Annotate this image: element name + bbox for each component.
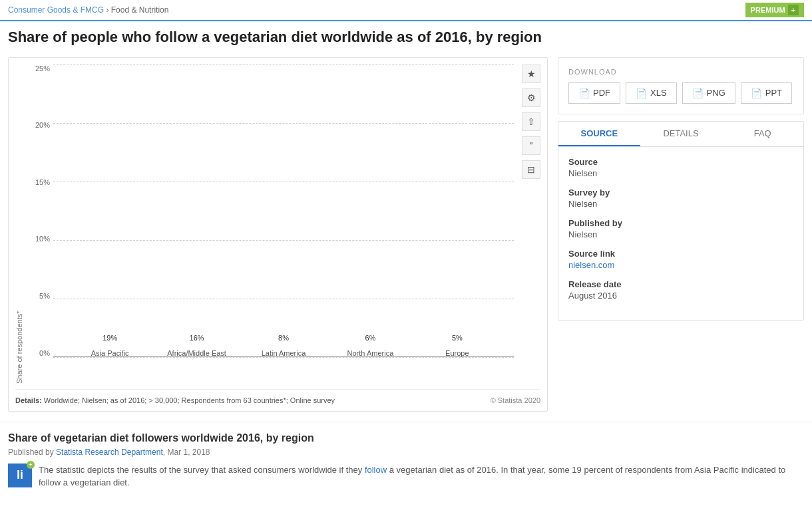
source-link-label: Source link	[568, 249, 793, 259]
published-by-label: Published by	[568, 218, 793, 228]
png-icon: 📄	[692, 88, 704, 98]
breadcrumb-separator: ›	[106, 5, 110, 15]
info-source-link: Source link nielsen.com	[568, 249, 793, 270]
premium-button[interactable]: PREMIUM +	[745, 3, 804, 17]
tab-faq[interactable]: FAQ	[721, 122, 803, 146]
bars-container: 19%Asia Pacific16%Africa/Middle East8%La…	[53, 65, 514, 357]
follow-link[interactable]: follow	[365, 465, 387, 475]
tab-source[interactable]: SOURCE	[558, 122, 640, 146]
published-by-value: Nielsen	[568, 229, 793, 239]
info-release-date: Release date August 2016	[568, 279, 793, 301]
content-area: ★ ⚙ ⇧ " ⊟ Share of respondents* 25% 20% …	[0, 57, 812, 422]
gear-icon-btn[interactable]: ⚙	[522, 88, 540, 107]
print-icon-btn[interactable]: ⊟	[522, 160, 540, 179]
bar-value-label: 19%	[102, 334, 117, 342]
premium-label: PREMIUM	[751, 6, 785, 14]
y-axis: 25% 20% 15% 10% 5% 0%	[27, 65, 53, 357]
download-ppt-button[interactable]: 📄 PPT	[741, 82, 792, 104]
bar-group: 16%Africa/Middle East	[153, 346, 240, 357]
download-title: DOWNLOAD	[568, 68, 793, 76]
download-png-button[interactable]: 📄 PNG	[682, 82, 735, 104]
bottom-title: Share of vegetarian diet followers world…	[8, 432, 804, 444]
chart-details: Details: Worldwide; Nielsen; as of 2016;…	[15, 396, 335, 404]
bar-value-label: 6%	[365, 334, 375, 342]
bar-value-label: 16%	[190, 334, 204, 342]
source-link-value[interactable]: nielsen.com	[568, 260, 614, 270]
source-value: Nielsen	[568, 168, 793, 178]
breadcrumb-parent[interactable]: Consumer Goods & FMCG	[8, 5, 104, 15]
chart-body: 19%Asia Pacific16%Africa/Middle East8%La…	[53, 65, 514, 357]
bar-group: 6%North America	[327, 346, 413, 357]
breadcrumb-child: Food & Nutrition	[111, 5, 169, 15]
bar-value-label: 8%	[278, 334, 289, 342]
bottom-published: Published by Statista Research Departmen…	[8, 448, 804, 457]
download-xls-button[interactable]: 📄 XLS	[626, 82, 677, 104]
published-by-link[interactable]: Statista Research Department	[56, 448, 163, 457]
chart-panel: ★ ⚙ ⇧ " ⊟ Share of respondents* 25% 20% …	[8, 57, 548, 412]
bar-group: 19%Asia Pacific	[67, 346, 153, 357]
y-axis-label: Share of respondents*	[15, 65, 23, 384]
x-axis-line	[53, 356, 514, 357]
bottom-text: The statistic depicts the results of the…	[39, 464, 804, 489]
tab-details[interactable]: DETAILS	[640, 122, 722, 146]
release-date-value: August 2016	[568, 291, 793, 301]
bar-value-label: 5%	[452, 334, 463, 342]
right-panel: DOWNLOAD 📄 PDF 📄 XLS 📄 PNG 📄 PPT	[558, 57, 804, 412]
chart-area: Share of respondents* 25% 20% 15% 10% 5%…	[15, 65, 514, 384]
pdf-icon: 📄	[578, 88, 590, 98]
info-source: Source Nielsen	[568, 157, 793, 178]
source-label: Source	[568, 157, 793, 167]
main-title: Share of people who follow a vegetarian …	[0, 21, 812, 57]
download-buttons: 📄 PDF 📄 XLS 📄 PNG 📄 PPT	[568, 82, 793, 104]
statista-icon-plus: +	[27, 461, 35, 469]
ppt-icon: 📄	[751, 88, 762, 98]
survey-by-label: Survey by	[568, 188, 793, 198]
bottom-description: li + The statistic depicts the results o…	[8, 464, 804, 489]
share-icon-btn[interactable]: ⇧	[522, 112, 540, 131]
tabs-row: SOURCE DETAILS FAQ	[558, 122, 803, 147]
copyright: © Statista 2020	[491, 396, 540, 404]
info-published-by: Published by Nielsen	[568, 218, 793, 239]
tab-content-source: Source Nielsen Survey by Nielsen Publish…	[558, 147, 803, 320]
statista-icon: li +	[8, 464, 32, 487]
chart-icons: ★ ⚙ ⇧ " ⊟	[522, 65, 540, 179]
star-icon-btn[interactable]: ★	[522, 65, 540, 83]
chart-inner: 25% 20% 15% 10% 5% 0%	[27, 65, 514, 377]
pdf-label: PDF	[593, 88, 610, 98]
quote-icon-btn[interactable]: "	[522, 136, 540, 155]
png-label: PNG	[707, 88, 725, 98]
info-survey-by: Survey by Nielsen	[568, 188, 793, 209]
premium-plus: +	[788, 5, 799, 15]
bottom-section: Share of vegetarian diet followers world…	[0, 422, 812, 499]
chart-footer: Details: Worldwide; Nielsen; as of 2016;…	[15, 389, 540, 404]
xls-icon: 📄	[636, 88, 647, 98]
breadcrumb: Consumer Goods & FMCG › Food & Nutrition	[8, 5, 168, 15]
bar-group: 5%Europe	[414, 346, 501, 357]
download-pdf-button[interactable]: 📄 PDF	[568, 82, 620, 104]
top-bar: Consumer Goods & FMCG › Food & Nutrition…	[0, 0, 812, 21]
published-date: Mar 1, 2018	[167, 448, 210, 457]
survey-by-value: Nielsen	[568, 199, 793, 209]
xls-label: XLS	[650, 88, 667, 98]
bar-group: 8%Latin America	[240, 346, 327, 357]
download-box: DOWNLOAD 📄 PDF 📄 XLS 📄 PNG 📄 PPT	[558, 57, 804, 114]
ppt-label: PPT	[765, 88, 782, 98]
info-box: SOURCE DETAILS FAQ Source Nielsen Survey…	[558, 121, 804, 321]
release-date-label: Release date	[568, 279, 793, 289]
